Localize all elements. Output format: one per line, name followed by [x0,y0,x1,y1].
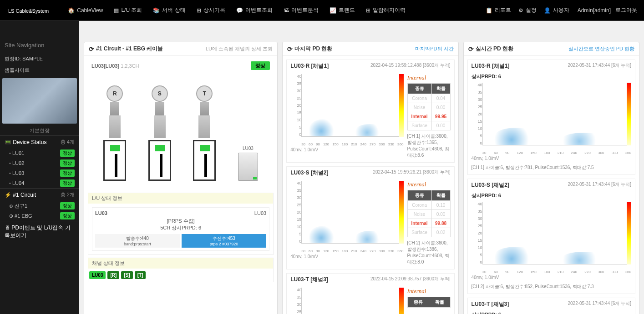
pd-timestamp: 2022-04-15 19:59:12.488 [3600개 누적] [370,62,451,70]
nav-item[interactable]: ⊞알람해지이력 [360,6,411,14]
lu-card-right: LU03 [254,210,266,216]
internal-label: Internal [407,74,451,81]
refresh-icon[interactable] [89,45,94,53]
nav-right: 📋리포트⚙설정👤사용자 Admin[admin] 로그아웃 [482,6,637,14]
logo-main: LS [8,8,14,14]
terminal-T[interactable]: T [193,85,216,181]
nav-right-item[interactable]: 📋리포트 [482,6,515,14]
app-header: LSCable&System 🏠CableView▦L/U 조회📚서버 상태⊞상… [0,0,644,21]
site-id: 현장ID: SAMPLE [0,53,79,65]
internal-label: Internal [407,288,451,295]
pd-table: 종류확률 [407,297,451,308]
pd-block: LU03-T [채널3]2022-04-15 20:09:38.757 [360… [286,273,454,314]
pd-footer-label: 40mv, 1.0/mV [472,155,631,162]
last-pd-link[interactable]: 마지막PD의 시간 [415,45,453,52]
pd-channel-name: LU03-T [채널3] [290,276,328,284]
pd-timestamp: 2022-04-15 20:09:38.757 [3600개 누적] [370,276,451,284]
lu-card-line2: 5CH 상시PRPD: 6 [95,224,266,231]
lu-card-left: LU03 [95,210,107,216]
nav-right-item[interactable]: 👤사용자 [540,6,573,14]
pd-note: [CH 1] 사이클:6, 발생칸수:781, PulseCount:1536,… [472,164,631,171]
lu-info-card: LU03 LU03 [PRPS 수집] 5CH 상시PRPD: 6 발송수:44… [92,207,269,251]
pd-note: [CH 2] 사이클:3600, 발생칸수:1386, PulseCount:4… [407,240,451,265]
lu-info-head: L/U 상태 정보 [88,193,273,204]
pd-channel-name: LU03-S [채널2] [472,181,509,189]
pd-footer-label: 40mv, 1.0/mV [472,274,631,281]
pd-footer-label: 40mv, 1.0/mV [290,253,403,260]
nav-item[interactable]: 💬이벤트조회 [231,6,278,14]
pd-block: LU03-S [채널2]2022-04-15 19:59:26.21 [3600… [286,166,454,269]
logo: LSCable&System [7,5,49,15]
site-image-caption: 기본현장 [0,126,79,135]
channel-tag[interactable]: [S] [121,271,132,279]
refresh-icon[interactable] [287,45,293,53]
device-status-head[interactable]: 📟 Device Status 총 4개 [0,136,79,148]
send-chip: 발송수:440 band:prps:start [95,234,180,248]
realtime-pd-link[interactable]: 실시간으로 연산중인 PD 현황 [568,45,634,52]
nav-item[interactable]: 📚서버 상태 [147,6,191,14]
sidebar-footer-link[interactable]: 🖥 PD이벤트 및 L/U접속 기록보이기 [0,221,79,242]
pd-table: 종류확률 Corona0.04Noise0.00Internal99.95Sur… [407,83,451,130]
pd-channel-name: LU03-R [채널1] [472,62,510,70]
channel-tag[interactable]: [R] [107,271,119,279]
circuit-panel: #1 Circuit - #1 EBG 케이블 LU에 소속된 채널의 상세 조… [84,42,278,314]
device-item[interactable]: ▫ LU04정상 [0,178,79,188]
device-label: LU03[LU03] [91,63,119,69]
pd-channel-name: LU03-R [채널1] [290,62,329,70]
site-name: 샘플사이트 [0,65,79,76]
circuit-panel-meta: LU에 소속된 채널의 상세 조회 [206,45,273,52]
pd-footer-label: 40mv, 1.0/mV [290,146,403,153]
realtime-pd-panel: 실시간 PD 현황 실시간으로 연산중인 PD 현황 LU03-R [채널1]2… [463,42,639,314]
recv-chip: 수신수:453 prps 2 #037920 [182,234,266,248]
nav-item[interactable]: 📽이벤트분석 [278,6,324,14]
terminal-S[interactable]: S [148,85,171,181]
logo-sub: Cable&System [15,8,49,14]
device-channels: 1,2,3CH [121,63,139,69]
logout-link[interactable]: 로그아웃 [615,6,637,14]
nav-item[interactable]: ⊞상시기록 [191,6,231,14]
pd-timestamp: 2022-05-31 17:43:44 [6개 누적] [568,300,631,308]
main-nav: 🏠CableView▦L/U 조회📚서버 상태⊞상시기록💬이벤트조회📽이벤트분석… [62,6,482,14]
pd-timestamp: 2022-04-15 19:59:26.21 [3600개 누적] [373,169,450,177]
pd-channel-name: LU03-S [채널2] [290,169,328,177]
pd-note: [CH 2] 사이클:6, 발생칸수:852, PulseCount:1536,… [472,284,631,290]
nav-item[interactable]: 🏠CableView [62,6,108,14]
prpd-label: 상시PRPD: 6 [468,72,635,81]
realtime-pd-title: 실시간 PD 현황 [476,45,513,53]
lu-device[interactable]: LU03 [238,146,258,181]
site-image [2,78,77,124]
device-item[interactable]: ▫ LU01정상 [0,148,79,158]
refresh-icon[interactable] [468,45,474,53]
circuit-head[interactable]: ⚡ #1 Circuit 총 2개 [0,189,79,201]
nav-item[interactable]: ▦L/U 조회 [108,6,147,14]
pd-table: 종류확률 Corona0.10Noise0.00Internal99.88Sur… [407,190,451,237]
pd-timestamp: 2022-05-31 17:43:44 [6개 누적] [568,62,631,70]
circuit-item[interactable]: ⊕ #1 EBG정상 [0,211,79,221]
internal-label: Internal [407,181,451,188]
sidebar: Site Navigation 현장ID: SAMPLE 샘플사이트 기본현장 … [0,37,79,314]
device-item[interactable]: ▫ LU02정상 [0,158,79,168]
device-item[interactable]: ▫ LU03정상 [0,168,79,178]
channel-tag[interactable]: LU03 [89,271,106,279]
lu-card-line1: [PRPS 수집] [95,218,266,224]
circuit-diagram: RSTLU03 [88,72,274,190]
pd-block: LU03-T [채널3]2022-05-31 17:43:44 [6개 누적] … [467,298,635,314]
terminal-R[interactable]: R [103,85,126,181]
nav-right-item[interactable]: ⚙설정 [515,6,540,14]
pd-note: [CH 1] 사이클:3600, 발생칸수:1365, PulseCount:4… [407,133,451,159]
device-status-badge: 정상 [251,61,270,70]
pd-timestamp: 2022-05-31 17:43:44 [6개 누적] [568,181,631,189]
nav-item[interactable]: 📈트렌드 [324,6,360,14]
user-label: Admin[admin] [578,7,611,14]
pd-block: LU03-R [채널1]2022-04-15 19:59:12.488 [360… [286,60,454,163]
pd-channel-name: LU03-T [채널3] [472,300,509,308]
prpd-label: 상시PRPD: 6 [468,310,635,314]
sidebar-title: Site Navigation [0,37,79,53]
circuit-item[interactable]: ⊕ 신규1정상 [0,201,79,211]
pd-block: LU03-R [채널1]2022-05-31 17:43:44 [6개 누적] … [467,60,635,175]
last-pd-title: 마지막 PD 현황 [294,45,332,53]
pd-block: LU03-S [채널2]2022-05-31 17:43:44 [6개 누적] … [467,179,635,294]
ch-info-head: 채널 상태 정보 [88,258,273,269]
circuit-panel-title: #1 Circuit - #1 EBG 케이블 [96,45,163,53]
channel-tag[interactable]: [T] [135,271,146,279]
